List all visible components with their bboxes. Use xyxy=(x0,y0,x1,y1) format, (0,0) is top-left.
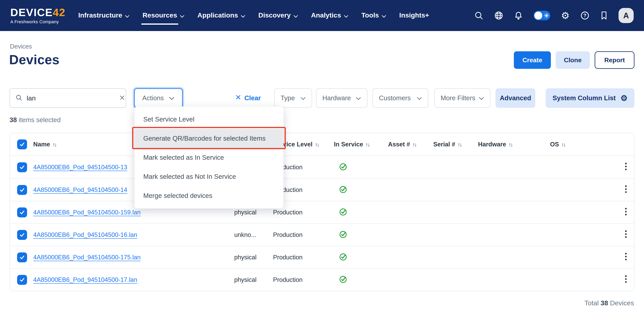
nav-label: Infrastructure xyxy=(78,11,122,20)
row-menu-kebab-icon[interactable] xyxy=(623,206,628,219)
create-button[interactable]: Create xyxy=(514,51,551,69)
help-icon[interactable]: ? xyxy=(580,11,590,20)
nav-label: Applications xyxy=(198,11,238,20)
filter-label: Hardware xyxy=(322,94,351,102)
table-row: 4A85000EB6_Pod_945104500-159.lan physica… xyxy=(10,201,634,223)
menu-item-generate-qr-barcodes[interactable]: Generate QR/Barcodes for selected Items xyxy=(134,129,284,148)
device-type: physical xyxy=(234,276,256,284)
nav-item-applications[interactable]: Applications xyxy=(198,11,245,20)
row-menu-kebab-icon[interactable] xyxy=(623,183,628,197)
row-menu-kebab-icon[interactable] xyxy=(623,273,628,287)
breadcrumb[interactable]: Devices xyxy=(10,43,32,50)
system-column-list-button[interactable]: System Column List ⚙ xyxy=(546,88,634,108)
chevron-down-icon xyxy=(417,94,422,102)
sort-icon[interactable]: ↑↓ xyxy=(412,142,416,148)
column-header-os[interactable]: OS↑↓ xyxy=(550,141,565,148)
device-name-link[interactable]: 4A85000EB6_Pod_945104500-16.lan xyxy=(33,231,137,239)
row-checkbox[interactable] xyxy=(17,275,27,285)
gear-icon[interactable]: ⚙ xyxy=(561,10,570,21)
row-checkbox[interactable] xyxy=(17,252,27,262)
top-navbar: DEVICE42 A Freshworks Company Infrastruc… xyxy=(0,0,644,31)
column-header-asset[interactable]: Asset #↑↓ xyxy=(388,141,416,148)
sort-icon[interactable]: ↑↓ xyxy=(315,142,318,148)
row-checkbox[interactable] xyxy=(17,185,27,195)
nav-item-discovery[interactable]: Discovery xyxy=(258,11,298,20)
device-service-level: Production xyxy=(273,254,302,261)
row-checkbox[interactable] xyxy=(17,207,27,217)
avatar[interactable]: A xyxy=(618,8,634,23)
nav-item-insights[interactable]: Insights+ xyxy=(399,11,429,20)
nav-item-infrastructure[interactable]: Infrastructure xyxy=(78,11,129,20)
filter-customers[interactable]: Customers xyxy=(372,88,428,108)
device-name-link[interactable]: 4A85000EB6_Pod_945104500-17.lan xyxy=(33,276,137,284)
page-action-buttons: Create Clone Report xyxy=(514,51,634,69)
avatar-initial: A xyxy=(623,11,629,20)
sort-icon[interactable]: ↑↓ xyxy=(52,142,56,148)
row-checkbox[interactable] xyxy=(17,230,27,240)
device-name-link[interactable]: 4A85000EB6_Pod_945104500-14 xyxy=(33,186,127,194)
actions-dropdown-menu: Set Service Level Generate QR/Barcodes f… xyxy=(134,106,284,209)
chevron-down-icon xyxy=(294,12,298,19)
chevron-down-icon xyxy=(125,12,129,19)
page-title: Devices xyxy=(9,52,60,67)
report-button[interactable]: Report xyxy=(595,51,634,69)
column-header-name[interactable]: Name↑↓ xyxy=(33,141,56,148)
chevron-down-icon xyxy=(300,94,306,102)
sort-icon[interactable]: ↑↓ xyxy=(508,142,512,148)
actions-dropdown-button[interactable]: Actions xyxy=(134,88,183,108)
nav-label: Insights+ xyxy=(399,11,429,20)
filter-hardware[interactable]: Hardware xyxy=(316,88,367,108)
chevron-down-icon xyxy=(356,94,361,102)
table-header-row: Name↑↓ Type↑↓ Service Level↑↓ In Service… xyxy=(10,133,634,156)
sort-icon[interactable]: ↑↓ xyxy=(458,142,461,148)
clone-button[interactable]: Clone xyxy=(556,51,590,69)
chevron-down-icon xyxy=(382,12,386,19)
nav-item-resources[interactable]: Resources xyxy=(142,11,184,20)
row-menu-kebab-icon[interactable] xyxy=(623,228,628,242)
device-name-link[interactable]: 4A85000EB6_Pod_945104500-159.lan xyxy=(33,209,141,216)
chevron-down-icon xyxy=(344,12,348,19)
nav-item-tools[interactable]: Tools xyxy=(362,11,386,20)
select-all-checkbox[interactable] xyxy=(17,139,27,149)
menu-item-set-service-level[interactable]: Set Service Level xyxy=(134,110,284,129)
bell-icon[interactable] xyxy=(514,11,523,20)
sort-icon[interactable]: ↑↓ xyxy=(562,142,565,148)
system-column-list-label: System Column List xyxy=(552,94,616,102)
filter-type[interactable]: Type xyxy=(274,88,312,108)
menu-item-mark-not-in-service[interactable]: Mark selected as Not In Service xyxy=(134,167,284,186)
menu-item-merge-devices[interactable]: Merge selected devices xyxy=(134,186,284,205)
x-icon xyxy=(235,94,241,102)
row-menu-kebab-icon[interactable] xyxy=(623,251,628,264)
clear-filters-link[interactable]: Clear xyxy=(235,88,261,108)
advanced-button[interactable]: Advanced xyxy=(496,88,535,108)
column-header-hardware[interactable]: Hardware↑↓ xyxy=(478,141,512,148)
menu-item-mark-in-service[interactable]: Mark selected as In Service xyxy=(134,148,284,167)
in-service-check-icon xyxy=(339,162,348,172)
device42-logo[interactable]: DEVICE42 A Freshworks Company xyxy=(10,7,66,24)
selection-label: items selected xyxy=(19,116,61,123)
row-menu-kebab-icon[interactable] xyxy=(623,161,628,174)
device-name-link[interactable]: 4A85000EB6_Pod_945104500-13 xyxy=(33,164,127,171)
search-input[interactable] xyxy=(27,94,115,102)
clear-label: Clear xyxy=(244,94,261,102)
table-row: 4A85000EB6_Pod_945104500-16.lan unkno...… xyxy=(10,223,634,246)
nav-item-analytics[interactable]: Analytics xyxy=(311,11,348,20)
clear-search-icon[interactable] xyxy=(119,95,125,101)
nav-label: Tools xyxy=(362,11,379,20)
filter-more-filters[interactable]: More Filters xyxy=(434,88,490,108)
bookmark-icon[interactable] xyxy=(600,11,608,20)
globe-icon[interactable] xyxy=(494,11,503,20)
column-header-in-service[interactable]: In Service↑↓ xyxy=(334,141,369,148)
logo-text: DEVICE xyxy=(10,6,53,18)
selection-summary: 38 items selected xyxy=(10,116,61,124)
device-type: unkno... xyxy=(234,231,256,239)
row-checkbox[interactable] xyxy=(17,162,27,172)
column-header-serial[interactable]: Serial #↑↓ xyxy=(433,141,461,148)
device-type: physical xyxy=(234,209,256,216)
theme-toggle[interactable] xyxy=(534,11,550,20)
total-count: 38 xyxy=(600,299,608,307)
sort-icon[interactable]: ↑↓ xyxy=(366,142,369,148)
search-icon[interactable] xyxy=(474,11,484,20)
sun-icon xyxy=(544,13,549,19)
device-name-link[interactable]: 4A85000EB6_Pod_945104500-175.lan xyxy=(33,254,141,261)
